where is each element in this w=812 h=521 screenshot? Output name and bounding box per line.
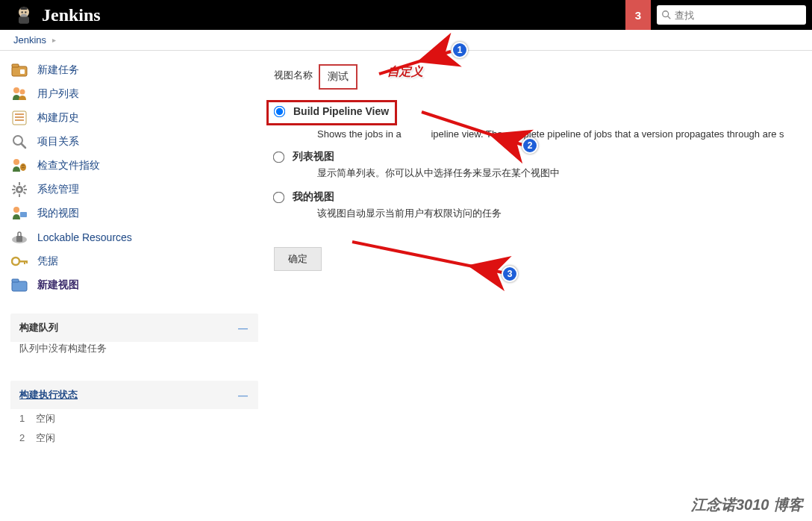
chevron-right-icon: ▸: [52, 36, 56, 44]
credentials-icon: [10, 252, 28, 270]
executor-row: 1空闲: [19, 409, 249, 428]
search-icon: [661, 10, 672, 20]
my-view-icon: [10, 205, 28, 222]
radio-pipeline-desc: Shows the jobs in a ipeline view. The co…: [317, 128, 812, 140]
people-icon: [10, 85, 28, 103]
header: Jenkins 3: [0, 0, 812, 30]
radio-myview-label[interactable]: 我的视图: [293, 190, 334, 204]
nav-list: 新建任务 用户列表 构建历史 项目关系 检查文件指纹 系统管理: [10, 58, 265, 297]
exec-status-body: 1空闲 2空闲: [10, 409, 258, 457]
new-view-icon: [10, 276, 28, 294]
confirm-button[interactable]: 确定: [274, 247, 322, 271]
nav-lockable[interactable]: Lockable Resources: [10, 225, 265, 249]
svg-point-3: [22, 11, 23, 13]
collapse-icon[interactable]: —: [238, 322, 248, 334]
lock-icon: [10, 228, 28, 246]
nav-relations[interactable]: 项目关系: [10, 130, 265, 154]
svg-rect-24: [12, 189, 15, 190]
radio-pipeline[interactable]: [274, 105, 286, 117]
pipeline-highlight-box: Build Pipeline View: [266, 100, 397, 125]
radio-list-label[interactable]: 列表视图: [293, 150, 334, 163]
svg-rect-38: [12, 281, 27, 291]
svg-point-34: [12, 258, 19, 265]
watermark: 江念诺3010 博客: [691, 495, 803, 515]
nav-people[interactable]: 用户列表: [10, 82, 265, 106]
jenkins-logo-icon: [12, 3, 36, 27]
svg-rect-26: [13, 184, 16, 187]
exec-status-widget: 构建执行状态 — 1空闲 2空闲: [10, 381, 258, 457]
svg-point-10: [13, 87, 19, 93]
nav-credentials[interactable]: 凭据: [10, 249, 265, 273]
svg-rect-31: [20, 212, 27, 217]
breadcrumb: Jenkins ▸: [0, 30, 812, 51]
search-input[interactable]: [675, 10, 802, 21]
view-name-input[interactable]: 测试: [319, 64, 357, 90]
history-icon: [10, 109, 28, 127]
build-queue-widget: 构建队列 — 队列中没有构建任务: [10, 313, 258, 364]
svg-point-4: [25, 11, 26, 13]
svg-rect-33: [16, 236, 22, 242]
breadcrumb-root[interactable]: Jenkins: [13, 34, 46, 46]
collapse-icon[interactable]: —: [238, 390, 248, 401]
radio-list[interactable]: [273, 151, 285, 163]
svg-point-30: [13, 207, 19, 213]
new-task-icon: [10, 61, 28, 79]
exec-status-title[interactable]: 构建执行状态 —: [10, 381, 258, 409]
svg-point-5: [663, 11, 669, 17]
content: 视图名称 测试 自定义 Build Pipeline View Shows th…: [265, 51, 812, 457]
svg-rect-9: [20, 69, 25, 74]
build-queue-title: 构建队列 —: [10, 313, 258, 342]
svg-line-6: [668, 16, 671, 19]
svg-rect-27: [23, 191, 26, 194]
svg-rect-25: [24, 189, 27, 190]
svg-rect-39: [12, 279, 19, 282]
nav-fingerprint[interactable]: 检查文件指纹: [10, 154, 265, 178]
nav-my-views[interactable]: 我的视图: [10, 202, 265, 225]
sidebar: 新建任务 用户列表 构建历史 项目关系 检查文件指纹 系统管理: [0, 51, 265, 457]
nav-new-task[interactable]: 新建任务: [10, 58, 265, 82]
svg-rect-36: [24, 260, 25, 264]
radio-pipeline-label[interactable]: Build Pipeline View: [293, 105, 389, 117]
radio-myview-desc: 该视图自动显示当前用户有权限访问的任务: [317, 207, 812, 220]
view-name-row: 视图名称 测试 自定义: [274, 64, 812, 90]
svg-point-11: [20, 90, 25, 95]
svg-rect-29: [23, 184, 26, 187]
radio-myview[interactable]: [273, 191, 285, 203]
svg-point-18: [13, 159, 19, 165]
build-queue-body: 队列中没有构建任务: [10, 342, 258, 364]
executor-row: 2空闲: [19, 428, 249, 448]
svg-rect-22: [19, 182, 20, 185]
svg-rect-28: [13, 191, 16, 194]
nav-history[interactable]: 构建历史: [10, 106, 265, 130]
search-icon: [10, 133, 28, 151]
svg-rect-8: [12, 64, 19, 67]
fingerprint-icon: [10, 157, 28, 175]
svg-rect-37: [26, 260, 28, 263]
gear-icon: [10, 181, 28, 199]
nav-manage[interactable]: 系统管理: [10, 178, 265, 202]
svg-rect-2: [20, 7, 27, 10]
svg-rect-1: [19, 16, 29, 23]
notification-badge[interactable]: 3: [625, 0, 651, 30]
header-title[interactable]: Jenkins: [42, 5, 101, 25]
svg-rect-35: [19, 260, 27, 263]
svg-point-21: [18, 188, 21, 191]
view-name-label: 视图名称: [274, 64, 319, 82]
radio-list-desc: 显示简单列表。你可以从中选择任务来显示在某个视图中: [317, 166, 812, 180]
svg-line-17: [22, 144, 26, 149]
search-box: [657, 5, 806, 25]
svg-rect-23: [19, 194, 20, 197]
custom-annotation: 自定义: [387, 64, 423, 80]
svg-rect-12: [13, 111, 26, 125]
nav-new-view[interactable]: 新建视图: [10, 273, 265, 297]
